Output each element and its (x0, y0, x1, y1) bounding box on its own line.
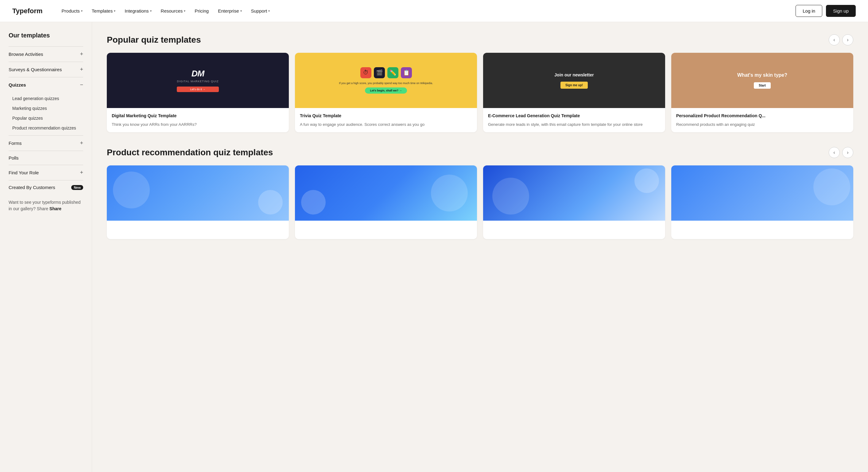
card-image-ecommerce: Join our newsletter Sign me up! (483, 53, 665, 108)
card-desc: Think you know your ARRs from your AARRR… (112, 122, 284, 128)
nav-item-resources[interactable]: Resources ▾ (157, 6, 189, 16)
section-title-popular: Popular quiz templates (107, 35, 201, 45)
nav-item-enterprise[interactable]: Enterprise ▾ (214, 6, 245, 16)
main-content: Popular quiz templates ‹ › DM Digital Ma… (92, 22, 868, 472)
card-digital-marketing[interactable]: DM Digital Marketing Quiz Let's do it → … (107, 53, 289, 132)
plus-icon: + (80, 66, 83, 73)
card-thumb-blue-2 (295, 165, 477, 221)
main-layout: Our templates Browse Activities + Survey… (0, 22, 868, 472)
subitem-popular[interactable]: Popular quizzes (9, 113, 83, 123)
carousel-next-popular[interactable]: › (842, 34, 853, 45)
sidebar-bottom-text: Want to see your typeforms published in … (9, 194, 83, 212)
card-thumb-yellow: ⏱ 🎬 ✏️ 📋 If you get a high score, you pr… (295, 53, 477, 108)
card-thumb-newsletter: Join our newsletter Sign me up! (483, 53, 665, 108)
trivia-text: If you get a high score, you probably sp… (339, 81, 433, 85)
card-body-skin: Personalized Product Recommendation Q...… (671, 108, 853, 132)
sidebar-item-find-role[interactable]: Find Your Role + (9, 165, 83, 180)
card-body-trivia: Trivia Quiz Template A fun way to engage… (295, 108, 477, 132)
quizzes-subitems: Lead generation quizzes Marketing quizze… (9, 92, 83, 135)
sidebar-item-polls[interactable]: Polls (9, 151, 83, 165)
sidebar: Our templates Browse Activities + Survey… (0, 22, 92, 472)
card-trivia[interactable]: ⏱ 🎬 ✏️ 📋 If you get a high score, you pr… (295, 53, 477, 132)
skin-question: What's my skin type? (737, 72, 787, 78)
section-header-popular: Popular quiz templates ‹ › (107, 34, 853, 45)
card-desc: A fun way to engage your audience. Score… (300, 122, 472, 128)
card-desc: Generate more leads in style, with this … (488, 122, 660, 128)
sidebar-item-surveys[interactable]: Surveys & Questionnaires + (9, 62, 83, 77)
nav-item-templates[interactable]: Templates ▾ (88, 6, 119, 16)
plus-icon: + (80, 140, 83, 147)
card-thumb-blue-1 (107, 165, 289, 221)
card-title (676, 226, 848, 232)
card-title: E-Commerce Lead Generation Quiz Template (488, 113, 660, 119)
popular-cards-row: DM Digital Marketing Quiz Let's do it → … (107, 53, 853, 132)
card-thumb-blue-3 (483, 165, 665, 221)
sidebar-title: Our templates (9, 32, 83, 39)
section-header-product-rec: Product recommendation quiz templates ‹ … (107, 147, 853, 158)
chevron-down-icon: ▾ (268, 9, 270, 12)
subitem-marketing[interactable]: Marketing quizzes (9, 103, 83, 113)
card-blue-1[interactable] (107, 165, 289, 239)
card-title: Trivia Quiz Template (300, 113, 472, 119)
sidebar-item-created-by-customers[interactable]: Created By Customers New (9, 180, 83, 194)
new-badge: New (71, 185, 83, 190)
card-image-skin: What's my skin type? Start (671, 53, 853, 108)
signup-button[interactable]: Sign up (826, 5, 856, 17)
card-thumb-skin: What's my skin type? Start (671, 53, 853, 108)
product-rec-cards-row (107, 165, 853, 239)
nav-item-integrations[interactable]: Integrations ▾ (121, 6, 155, 16)
sidebar-item-forms[interactable]: Forms + (9, 135, 83, 151)
chevron-down-icon: ▾ (150, 9, 152, 12)
carousel-next-product-rec[interactable]: › (842, 147, 853, 158)
card-title (112, 226, 284, 232)
card-title: Digital Marketing Quiz Template (112, 113, 284, 119)
chevron-down-icon: ▾ (114, 9, 115, 12)
card-image-trivia: ⏱ 🎬 ✏️ 📋 If you get a high score, you pr… (295, 53, 477, 108)
card-blue-4[interactable] (671, 165, 853, 239)
login-button[interactable]: Log in (796, 5, 822, 17)
card-thumb-blue-4 (671, 165, 853, 221)
card-body-ecommerce: E-Commerce Lead Generation Quiz Template… (483, 108, 665, 132)
card-image-digital-marketing: DM Digital Marketing Quiz Let's do it → (107, 53, 289, 108)
card-skin-type[interactable]: What's my skin type? Start Personalized … (671, 53, 853, 132)
card-desc: Recommend products with an engaging quiz (676, 122, 848, 128)
chevron-down-icon: ▾ (184, 9, 185, 12)
card-title: Personalized Product Recommendation Q... (676, 113, 848, 119)
nav-item-pricing[interactable]: Pricing (191, 6, 212, 16)
popular-quiz-section: Popular quiz templates ‹ › DM Digital Ma… (107, 34, 853, 132)
carousel-controls-popular: ‹ › (829, 34, 853, 45)
newsletter-title: Join our newsletter (554, 72, 594, 77)
carousel-prev-product-rec[interactable]: ‹ (829, 147, 840, 158)
nav-menu: Products ▾ Templates ▾ Integrations ▾ Re… (58, 6, 796, 16)
carousel-prev-popular[interactable]: ‹ (829, 34, 840, 45)
chevron-down-icon: ▾ (240, 9, 242, 12)
navbar-actions: Log in Sign up (796, 5, 856, 17)
plus-icon: + (80, 51, 83, 57)
card-thumb-dark: DM Digital Marketing Quiz Let's do it → (107, 53, 289, 108)
product-rec-section: Product recommendation quiz templates ‹ … (107, 147, 853, 239)
brand-logo[interactable]: Typeform (12, 7, 43, 15)
card-blue-2[interactable] (295, 165, 477, 239)
section-title-product-rec: Product recommendation quiz templates (107, 148, 273, 157)
chevron-down-icon: ▾ (81, 9, 83, 12)
subitem-product-rec[interactable]: Product recommendation quizzes (9, 123, 83, 133)
card-blue-3[interactable] (483, 165, 665, 239)
carousel-controls-product-rec: ‹ › (829, 147, 853, 158)
card-ecommerce-lead[interactable]: Join our newsletter Sign me up! E-Commer… (483, 53, 665, 132)
card-body-digital-marketing: Digital Marketing Quiz Template Think yo… (107, 108, 289, 132)
nav-item-products[interactable]: Products ▾ (58, 6, 86, 16)
card-title (488, 226, 660, 232)
plus-icon: + (80, 169, 83, 176)
card-title (300, 226, 472, 232)
newsletter-btn: Sign me up! (560, 82, 588, 89)
navbar: Typeform Products ▾ Templates ▾ Integrat… (0, 0, 868, 22)
subitem-lead-gen[interactable]: Lead generation quizzes (9, 94, 83, 103)
sidebar-item-browse-activities[interactable]: Browse Activities + (9, 46, 83, 62)
nav-item-support[interactable]: Support ▾ (247, 6, 274, 16)
sidebar-item-quizzes[interactable]: Quizzes − (9, 77, 83, 92)
minus-icon: − (80, 82, 83, 88)
